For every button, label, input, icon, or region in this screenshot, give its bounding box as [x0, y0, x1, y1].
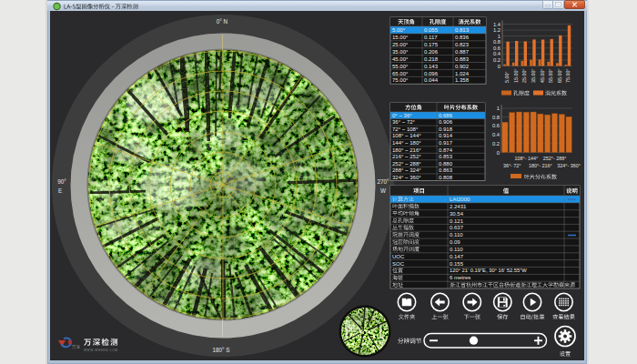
svg-text:0.637: 0.637: [450, 225, 464, 230]
svg-text:0.110: 0.110: [450, 232, 463, 238]
svg-text:36° ~ 72°: 36° ~ 72°: [392, 119, 416, 125]
svg-text:WWW.WSEEN.COM: WWW.WSEEN.COM: [84, 349, 118, 352]
svg-text:1: 1: [497, 106, 500, 111]
svg-text:0.2: 0.2: [492, 141, 500, 147]
svg-text:0.4: 0.4: [492, 132, 500, 137]
svg-text:108°- 144°: 108°- 144°: [515, 156, 539, 161]
svg-text:0.902: 0.902: [455, 64, 470, 69]
svg-text:30.54: 30.54: [450, 211, 464, 217]
svg-text:0.8: 0.8: [492, 115, 500, 120]
svg-text:6 metres: 6 metres: [450, 275, 470, 280]
svg-text:E: E: [58, 187, 62, 194]
svg-text:0.863: 0.863: [439, 167, 453, 173]
svg-text:35.00°: 35.00°: [531, 68, 536, 83]
svg-text:0.880: 0.880: [439, 161, 453, 167]
svg-text:0.096: 0.096: [424, 71, 439, 76]
svg-text:0.044: 0.044: [424, 77, 439, 83]
svg-text:0.175: 0.175: [424, 42, 439, 47]
svg-text:0.918: 0.918: [439, 126, 453, 132]
svg-text:108° ~ 144°: 108° ~ 144°: [392, 133, 421, 138]
svg-text:180° ~ 216°: 180° ~ 216°: [392, 147, 421, 153]
svg-text:0.8: 0.8: [493, 39, 500, 45]
svg-text:0.914: 0.914: [439, 133, 453, 138]
svg-text:72° ~ 108°: 72° ~ 108°: [392, 126, 419, 132]
svg-text:90°: 90°: [57, 178, 66, 185]
svg-text:2.2431: 2.2431: [450, 204, 467, 209]
svg-text:SOC: SOC: [392, 261, 405, 267]
svg-text:0.906: 0.906: [439, 119, 453, 125]
svg-text:35.00°: 35.00°: [392, 49, 409, 55]
svg-text:0.874: 0.874: [439, 147, 453, 153]
svg-text:15.00°: 15.00°: [392, 35, 409, 40]
svg-text:0.155: 0.155: [450, 261, 464, 267]
svg-text:180° S: 180° S: [213, 347, 230, 353]
svg-text:25.00°: 25.00°: [521, 68, 527, 83]
svg-text:65.00°: 65.00°: [557, 68, 562, 83]
svg-text:0.2: 0.2: [493, 57, 500, 63]
svg-text:0.121: 0.121: [450, 218, 464, 224]
svg-text:324° ~ 360°: 324° ~ 360°: [392, 175, 421, 180]
svg-text:0.055: 0.055: [424, 27, 439, 33]
svg-text:5.00°: 5.00°: [392, 27, 406, 33]
svg-text:0.206: 0.206: [424, 49, 439, 55]
svg-text:324°- 360°: 324°- 360°: [557, 163, 581, 168]
svg-text:LAI2000: LAI2000: [450, 197, 470, 202]
svg-text:75.00°: 75.00°: [565, 68, 571, 83]
svg-text:1.358: 1.358: [455, 77, 470, 83]
svg-text:5.00°: 5.00°: [504, 71, 510, 83]
svg-text:0.813: 0.813: [455, 27, 470, 33]
svg-text:1: 1: [498, 34, 500, 39]
svg-text:0.823: 0.823: [455, 42, 470, 47]
svg-text:0.853: 0.853: [439, 154, 453, 159]
svg-text:1.024: 1.024: [455, 71, 470, 76]
svg-text:0.4: 0.4: [493, 51, 501, 56]
svg-text:120° 21' 0.19"E, 30° 16' 52.5: 120° 21' 0.19"E, 30° 16' 52.55"W: [450, 268, 527, 273]
svg-text:0.883: 0.883: [455, 56, 470, 62]
svg-text:UOC: UOC: [392, 254, 405, 259]
svg-text:0.6: 0.6: [492, 123, 500, 128]
svg-text:252° ~ 288°: 252° ~ 288°: [392, 161, 421, 167]
svg-text:0.6: 0.6: [493, 46, 500, 51]
svg-text:0° N: 0° N: [217, 18, 228, 25]
svg-text:0.917: 0.917: [439, 140, 453, 146]
svg-text:1.2: 1.2: [493, 27, 500, 33]
svg-text:75.00°: 75.00°: [392, 77, 409, 83]
svg-text:25.00°: 25.00°: [392, 42, 409, 47]
svg-text:0° ~ 36°: 0° ~ 36°: [392, 113, 412, 118]
svg-text:0: 0: [497, 150, 500, 156]
svg-text:0.808: 0.808: [439, 175, 453, 180]
svg-text:36°- 72°: 36°- 72°: [503, 163, 521, 168]
svg-text:0.110: 0.110: [450, 247, 463, 252]
svg-text:180°- 216°: 180°- 216°: [529, 163, 552, 168]
svg-text:45.00°: 45.00°: [392, 56, 409, 62]
svg-text:W: W: [380, 187, 386, 194]
svg-text:0.887: 0.887: [455, 49, 470, 55]
svg-text:270°: 270°: [377, 178, 389, 185]
svg-text:0.147: 0.147: [450, 254, 464, 259]
svg-text:0.09: 0.09: [450, 239, 460, 245]
svg-text:1.4: 1.4: [493, 22, 501, 27]
svg-text:0: 0: [498, 64, 500, 69]
svg-text:15.00°: 15.00°: [513, 68, 519, 83]
svg-text:65.00°: 65.00°: [392, 71, 409, 76]
svg-text:0.686: 0.686: [439, 113, 453, 118]
svg-text:55.00°: 55.00°: [548, 68, 553, 83]
svg-text:0.836: 0.836: [455, 35, 470, 40]
svg-text:0.218: 0.218: [424, 56, 439, 62]
svg-text:144° ~ 180°: 144° ~ 180°: [392, 140, 421, 146]
svg-text:252°- 288°: 252°- 288°: [543, 156, 567, 161]
svg-text:55.00°: 55.00°: [392, 64, 409, 69]
svg-text:288° ~ 324°: 288° ~ 324°: [392, 167, 421, 173]
svg-text:0.143: 0.143: [424, 64, 439, 69]
svg-text:45.00°: 45.00°: [540, 68, 545, 83]
svg-text:0.117: 0.117: [424, 35, 438, 40]
svg-text:216° ~ 252°: 216° ~ 252°: [392, 154, 421, 159]
